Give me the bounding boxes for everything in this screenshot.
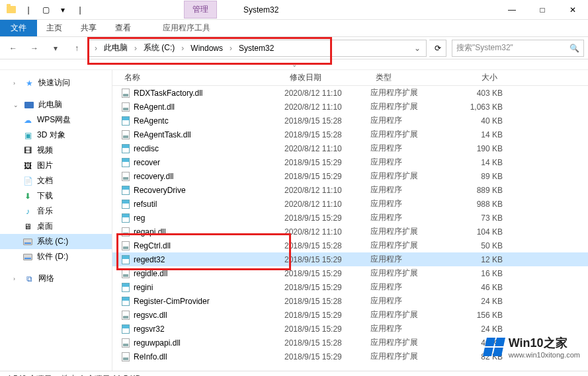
file-row[interactable]: RDXTaskFactory.dll2020/8/12 11:10应用程序扩展4… (112, 86, 588, 100)
file-row[interactable]: recover2018/9/15 15:29应用程序14 KB (112, 155, 588, 169)
recent-dropdown[interactable]: ▾ (46, 40, 65, 57)
sidebar-label: 音乐 (37, 206, 53, 217)
file-size: 73 KB (443, 213, 503, 223)
file-type: 应用程序 (370, 143, 443, 154)
file-row[interactable]: recovery.dll2018/9/15 15:29应用程序扩展89 KB (112, 169, 588, 183)
file-type: 应用程序 (370, 323, 443, 334)
col-type[interactable]: 类型 (370, 72, 443, 83)
file-name: ReAgent.dll (132, 102, 284, 112)
close-button[interactable]: ✕ (558, 0, 588, 20)
ribbon-expand[interactable]: ⌄ (0, 59, 588, 70)
file-type: 应用程序扩展 (370, 351, 443, 362)
file-row[interactable]: Register-CimProvider2018/9/15 15:28应用程序2… (112, 294, 588, 308)
col-size[interactable]: 大小 (443, 72, 503, 83)
view-tab[interactable]: 查看 (106, 20, 140, 36)
ribbon-tabs: 文件 主页 共享 查看 应用程序工具 (0, 20, 588, 37)
address-dropdown[interactable]: ⌄ (411, 44, 423, 53)
up-button[interactable]: ↑ (67, 40, 86, 57)
file-date: 2018/9/15 15:28 (284, 116, 370, 126)
file-row[interactable]: recdisc2020/8/12 11:10应用程序190 KB (112, 141, 588, 155)
file-icon (119, 282, 132, 293)
file-row[interactable]: regapi.dll2020/8/12 11:10应用程序扩展104 KB (112, 225, 588, 239)
file-row[interactable]: regsvc.dll2018/9/15 15:29应用程序扩展156 KB (112, 308, 588, 322)
breadcrumb-drivec[interactable]: 系统 (C:) (140, 41, 179, 55)
col-date[interactable]: 修改日期 (284, 72, 370, 83)
sidebar-video[interactable]: 🎞视频 (0, 143, 112, 158)
window-title: System32 (243, 5, 278, 15)
file-row[interactable]: regsvr322018/9/15 15:29应用程序24 KB (112, 322, 588, 336)
file-icon (119, 143, 132, 154)
sidebar-network[interactable]: ›⧉网络 (0, 271, 112, 286)
file-row[interactable]: regini2018/9/15 15:29应用程序46 KB (112, 280, 588, 294)
file-type: 应用程序扩展 (370, 268, 443, 279)
col-name[interactable]: 名称 (119, 72, 284, 83)
sidebar-thispc[interactable]: ⌄此电脑 (0, 97, 112, 112)
sidebar-label: 文档 (37, 175, 53, 186)
sidebar-wps[interactable]: ☁WPS网盘 (0, 112, 112, 128)
folder-icon (4, 3, 19, 17)
file-date: 2020/8/12 11:10 (284, 227, 370, 237)
file-size: 12 KB (443, 255, 503, 264)
breadcrumb-system32[interactable]: System32 (235, 42, 278, 54)
file-row[interactable]: ReAgent.dll2020/8/12 11:10应用程序扩展1,063 KB (112, 100, 588, 114)
file-row[interactable]: RegCtrl.dll2018/9/15 15:28应用程序扩展50 KB (112, 239, 588, 252)
file-size: 46 KB (443, 283, 503, 292)
back-button[interactable]: ← (4, 40, 22, 57)
qat-item[interactable]: ▢ (38, 3, 53, 17)
breadcrumb-windows[interactable]: Windows (187, 42, 227, 54)
navigation-pane: ›★快速访问 ⌄此电脑 ☁WPS网盘 ▣3D 对象 🎞视频 🖼图片 📄文档 ⬇下… (0, 70, 112, 371)
sidebar-documents[interactable]: 📄文档 (0, 173, 112, 188)
qat-item[interactable]: ▾ (56, 3, 70, 17)
minimize-button[interactable]: — (497, 0, 527, 20)
file-type: 应用程序 (370, 282, 443, 293)
file-size: 14 KB (443, 158, 503, 167)
forward-button[interactable]: → (25, 40, 44, 57)
sidebar-downloads[interactable]: ⬇下载 (0, 188, 112, 204)
file-row[interactable]: reg2018/9/15 15:29应用程序73 KB (112, 211, 588, 225)
breadcrumb-sep: › (133, 44, 138, 53)
file-type: 应用程序扩展 (370, 240, 443, 251)
sidebar-3d[interactable]: ▣3D 对象 (0, 128, 112, 143)
file-icon (119, 324, 132, 334)
maximize-button[interactable]: □ (527, 0, 558, 20)
file-row[interactable]: ReAgentTask.dll2018/9/15 15:28应用程序扩展14 K… (112, 128, 588, 141)
sidebar-drivec[interactable]: 系统 (C:) (0, 234, 112, 249)
file-row[interactable]: regidle.dll2018/9/15 15:29应用程序扩展16 KB (112, 266, 588, 280)
file-date: 2018/9/15 15:28 (284, 297, 370, 306)
address-bar[interactable]: › 此电脑 › 系统 (C:) › Windows › System32 ⌄ (89, 40, 427, 57)
sidebar-music[interactable]: ♪音乐 (0, 204, 112, 219)
sidebar-drived[interactable]: 软件 (D:) (0, 249, 112, 264)
file-name: Register-CimProvider (132, 297, 284, 306)
sidebar-pictures[interactable]: 🖼图片 (0, 158, 112, 173)
file-type: 应用程序扩展 (370, 129, 443, 140)
watermark-url: www.win10xitong.com (509, 351, 580, 359)
file-icon (119, 102, 132, 112)
file-tab[interactable]: 文件 (0, 20, 37, 36)
share-tab[interactable]: 共享 (71, 20, 106, 36)
sidebar-label: 系统 (C:) (37, 236, 68, 247)
file-size: 889 KB (443, 186, 503, 195)
file-row[interactable]: RecoveryDrive2020/8/12 11:10应用程序889 KB (112, 183, 588, 197)
body: ›★快速访问 ⌄此电脑 ☁WPS网盘 ▣3D 对象 🎞视频 🖼图片 📄文档 ⬇下… (0, 70, 588, 371)
sidebar-label: 桌面 (37, 221, 53, 232)
file-row[interactable]: regedt322018/9/15 15:29应用程序12 KB (112, 252, 588, 266)
file-date: 2020/8/12 11:10 (284, 89, 370, 98)
file-date: 2018/9/15 15:29 (284, 283, 370, 292)
search-input[interactable]: 搜索"System32" 🔍 (452, 40, 584, 57)
file-type: 应用程序 (370, 254, 443, 265)
file-type: 应用程序 (370, 198, 443, 209)
file-icon (119, 227, 132, 237)
file-row[interactable]: ReAgentc2018/9/15 15:28应用程序40 KB (112, 114, 588, 128)
qat-divider: | (21, 3, 36, 17)
navigation-bar: ← → ▾ ↑ › 此电脑 › 系统 (C:) › Windows › Syst… (0, 37, 588, 59)
sidebar-desktop[interactable]: 🖥桌面 (0, 219, 112, 234)
app-tools-tab[interactable]: 应用程序工具 (156, 20, 217, 36)
home-tab[interactable]: 主页 (37, 20, 71, 36)
sidebar-quick-access[interactable]: ›★快速访问 (0, 75, 112, 91)
refresh-button[interactable]: ⟳ (429, 40, 446, 57)
breadcrumb-thispc[interactable]: 此电脑 (100, 41, 132, 55)
ribbon-context-tab[interactable]: 管理 (184, 1, 217, 19)
file-row[interactable]: refsutil2020/8/12 11:10应用程序988 KB (112, 197, 588, 211)
file-size: 50 KB (443, 241, 503, 250)
file-date: 2018/9/15 15:29 (284, 324, 370, 334)
